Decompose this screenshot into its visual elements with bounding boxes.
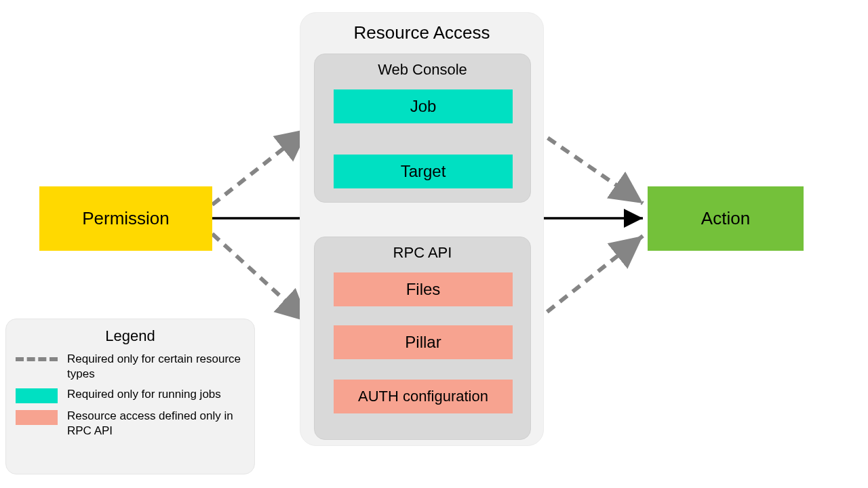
resource-access-container: Resource Access Web Console Job Target R… [300,12,544,446]
permission-label: Permission [82,208,170,229]
legend-box: Legend Required only for certain resourc… [5,319,255,474]
chip-label: Job [410,97,437,116]
rpc-api-title: RPC API [315,244,530,262]
action-node: Action [648,186,804,251]
arrow-permission-to-rpc [212,234,309,322]
resource-access-title: Resource Access [300,22,543,43]
legend-text: Required only for running jobs [67,387,245,402]
rpc-api-item-files: Files [334,272,513,306]
action-label: Action [701,208,750,229]
legend-text: Resource access defined only in RPC API [67,409,245,439]
chip-label: AUTH configuration [358,388,488,405]
web-console-panel: Web Console Job Target [314,54,531,203]
dashed-line-icon [16,357,58,361]
legend-title: Legend [16,327,245,345]
web-console-title: Web Console [315,61,530,79]
rpc-api-item-pillar: Pillar [334,325,513,359]
legend-row-teal: Required only for running jobs [16,387,245,403]
legend-text: Required only for certain resource types [67,352,245,382]
legend-row-dashed: Required only for certain resource types [16,352,245,382]
arrow-permission-to-web [212,129,309,205]
web-console-item-target: Target [334,155,513,188]
legend-row-coral: Resource access defined only in RPC API [16,409,245,439]
chip-label: Pillar [405,333,441,352]
arrow-rpc-to-action [534,236,643,322]
arrow-web-to-action [534,129,643,203]
chip-label: Target [401,162,446,181]
web-console-item-job: Job [334,89,513,123]
permission-node: Permission [39,186,212,251]
chip-label: Files [406,280,441,299]
rpc-api-item-auth: AUTH configuration [334,380,513,413]
rpc-api-panel: RPC API Files Pillar AUTH configuration [314,237,531,440]
teal-swatch-icon [16,388,58,403]
coral-swatch-icon [16,410,58,425]
